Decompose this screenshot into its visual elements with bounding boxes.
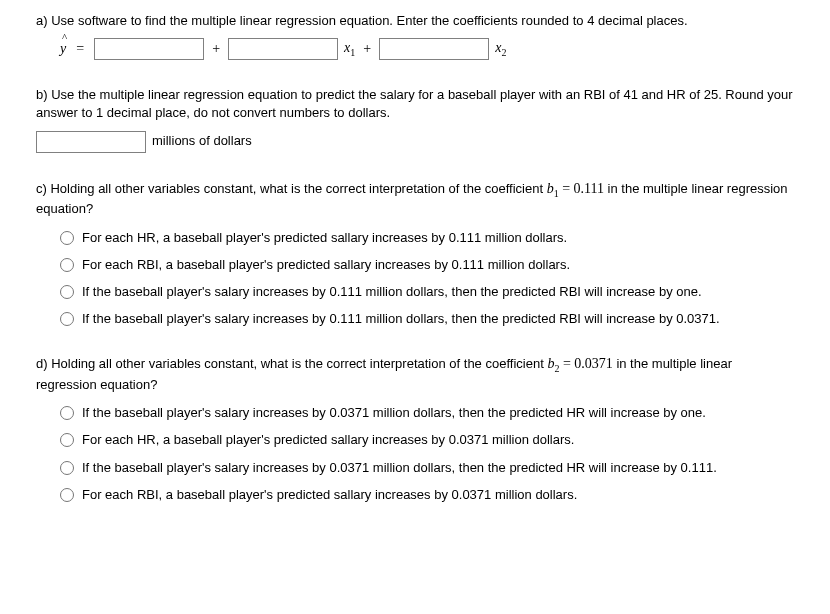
x1-symbol: x1 [344,38,355,60]
option-c-2[interactable]: For each RBI, a baseball player's predic… [60,256,794,274]
prompt-b: b) Use the multiple linear regression eq… [36,86,794,122]
prompt-c: c) Holding all other variables constant,… [36,179,794,219]
option-text-d-1: If the baseball player's salary increase… [82,404,794,422]
option-text-c-4: If the baseball player's salary increase… [82,310,794,328]
plus-sign-2: + [361,39,373,59]
radio-c-3[interactable] [60,285,74,299]
option-text-c-3: If the baseball player's salary increase… [82,283,794,301]
options-d: If the baseball player's salary increase… [36,404,794,504]
section-a: a) Use software to find the multiple lin… [36,12,794,60]
unit-label: millions of dollars [152,132,252,150]
x2-symbol: x2 [495,38,506,60]
radio-d-2[interactable] [60,433,74,447]
answer-row-b: millions of dollars [36,131,794,153]
plus-sign-1: + [210,39,222,59]
option-c-4[interactable]: If the baseball player's salary increase… [60,310,794,328]
option-text-c-2: For each RBI, a baseball player's predic… [82,256,794,274]
radio-d-4[interactable] [60,488,74,502]
prompt-a: a) Use software to find the multiple lin… [36,12,794,30]
option-c-1[interactable]: For each HR, a baseball player's predict… [60,229,794,247]
options-c: For each HR, a baseball player's predict… [36,229,794,329]
intercept-input[interactable] [94,38,204,60]
option-c-3[interactable]: If the baseball player's salary increase… [60,283,794,301]
option-text-c-1: For each HR, a baseball player's predict… [82,229,794,247]
option-d-1[interactable]: If the baseball player's salary increase… [60,404,794,422]
section-d: d) Holding all other variables constant,… [36,354,794,504]
option-text-d-3: If the baseball player's salary increase… [82,459,794,477]
radio-c-2[interactable] [60,258,74,272]
option-d-4[interactable]: For each RBI, a baseball player's predic… [60,486,794,504]
radio-c-4[interactable] [60,312,74,326]
equation-row-a: y = + x1 + x2 [36,38,794,60]
option-text-d-2: For each HR, a baseball player's predict… [82,431,794,449]
section-c: c) Holding all other variables constant,… [36,179,794,329]
coef-b1-input[interactable] [228,38,338,60]
radio-d-3[interactable] [60,461,74,475]
option-d-2[interactable]: For each HR, a baseball player's predict… [60,431,794,449]
section-b: b) Use the multiple linear regression eq… [36,86,794,152]
yhat-symbol: y [60,39,66,59]
coef-b2-input[interactable] [379,38,489,60]
equals-sign: = [72,39,88,59]
option-d-3[interactable]: If the baseball player's salary increase… [60,459,794,477]
option-text-d-4: For each RBI, a baseball player's predic… [82,486,794,504]
prompt-d: d) Holding all other variables constant,… [36,354,794,394]
radio-d-1[interactable] [60,406,74,420]
salary-input[interactable] [36,131,146,153]
radio-c-1[interactable] [60,231,74,245]
